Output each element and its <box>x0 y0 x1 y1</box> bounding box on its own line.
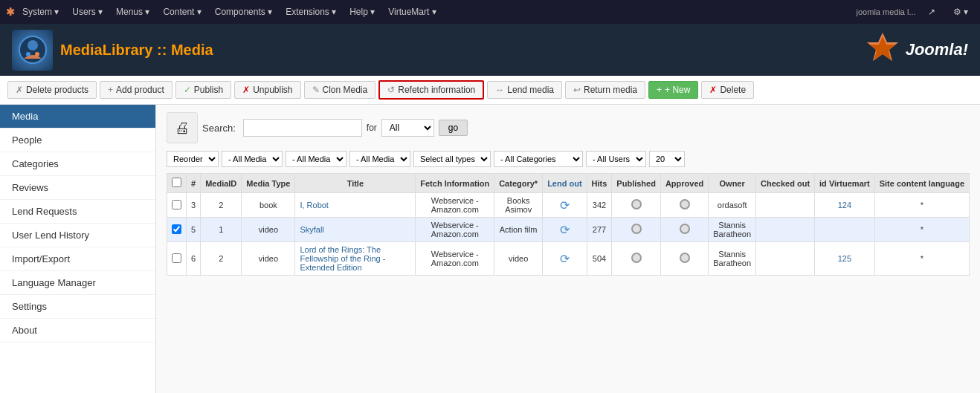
published-status-dot <box>631 199 642 210</box>
topbar-users[interactable]: Users ▾ <box>66 4 109 20</box>
sidebar-item-lend-requests[interactable]: Lend Requests <box>0 200 155 224</box>
title-link[interactable]: Lord of the Rings: The Fellowship of the… <box>300 245 385 272</box>
x-icon: ✗ <box>242 85 250 95</box>
col-title: Title <box>295 174 416 193</box>
row-title[interactable]: Skyfall <box>295 218 416 242</box>
row-mediatype: book <box>242 193 295 218</box>
row-checkbox-cell[interactable] <box>167 242 187 276</box>
row-num: 3 <box>187 193 201 218</box>
row-approved[interactable] <box>660 193 708 218</box>
delete-x-icon: ✗ <box>709 85 717 95</box>
row-mediatype: video <box>242 218 295 242</box>
select-all-header[interactable] <box>167 174 187 193</box>
topbar-username[interactable]: joomla media l... <box>857 7 916 16</box>
refetch-button[interactable]: ↺ Refetch information <box>378 80 484 100</box>
refresh-icon: ↺ <box>387 85 395 95</box>
topbar-virtuemart[interactable]: VirtueMart ▾ <box>382 4 442 20</box>
topbar-menus[interactable]: Menus ▾ <box>110 4 155 20</box>
clon-media-button[interactable]: ✎ Clon Media <box>304 81 376 99</box>
row-approved[interactable] <box>660 242 708 276</box>
row-checkbox[interactable] <box>172 253 181 263</box>
header: MediaLibrary :: Media Joomla! <box>0 24 980 76</box>
select-all-checkbox[interactable] <box>172 178 181 187</box>
topbar-content[interactable]: Content ▾ <box>157 4 207 20</box>
topbar-help[interactable]: Help ▾ <box>344 4 381 20</box>
search-for-select[interactable]: All Title ID <box>381 119 434 137</box>
row-checkbox-cell[interactable] <box>167 193 187 218</box>
all-media-select-3[interactable]: - All Media <box>349 151 410 167</box>
row-owner: ordasoft <box>709 193 756 218</box>
row-owner: StannisBaratheon <box>709 218 756 242</box>
delete-products-button[interactable]: ✗ Delete products <box>7 81 97 99</box>
virtuemart-link[interactable]: 124 <box>838 201 851 210</box>
row-checkbox-cell[interactable] <box>167 218 187 242</box>
sidebar-item-categories[interactable]: Categories <box>0 152 155 176</box>
return-media-button[interactable]: ↩ Return media <box>565 81 645 99</box>
add-product-button[interactable]: + Add product <box>100 81 173 99</box>
sidebar-item-user-lend-history[interactable]: User Lend History <box>0 224 155 247</box>
row-lendout[interactable]: ⟳ <box>543 218 587 242</box>
publish-button[interactable]: ✓ Publish <box>175 81 231 99</box>
sidebar-item-settings[interactable]: Settings <box>0 295 155 319</box>
row-checkbox[interactable] <box>172 200 181 210</box>
row-checkbox[interactable] <box>172 224 181 234</box>
sidebar-item-import-export[interactable]: Import/Export <box>0 247 155 271</box>
sidebar-item-reviews[interactable]: Reviews <box>0 176 155 200</box>
sidebar-item-people[interactable]: People <box>0 129 155 152</box>
row-hits: 342 <box>587 193 612 218</box>
col-published: Published <box>612 174 661 193</box>
title-link[interactable]: Skyfall <box>300 225 323 234</box>
virtuemart-link[interactable]: 125 <box>838 254 851 263</box>
topbar-settings-icon[interactable]: ⚙ ▾ <box>947 4 974 20</box>
col-virtuemart: id Virtuemart <box>815 174 875 193</box>
delete-button[interactable]: ✗ Delete <box>701 81 754 99</box>
header-brand: MediaLibrary :: Media <box>12 30 213 71</box>
row-mediaid: 1 <box>201 218 242 242</box>
topbar-system[interactable]: System ▾ <box>16 4 65 20</box>
lend-icon: ↔ <box>495 85 504 95</box>
categories-select[interactable]: - All Categories <box>494 151 583 167</box>
edit-icon: ✎ <box>312 85 320 95</box>
all-media-select-1[interactable]: - All Media <box>222 151 283 167</box>
topbar-external-link[interactable]: ↗ <box>922 4 941 20</box>
row-virtuemart[interactable]: 124 <box>815 193 875 218</box>
row-fetchinfo: Webservice -Amazon.com <box>416 193 494 218</box>
svg-point-1 <box>28 40 38 51</box>
svg-point-2 <box>26 52 30 56</box>
topbar-extensions[interactable]: Extensions ▾ <box>280 4 342 20</box>
new-button[interactable]: + + New <box>648 81 698 99</box>
lend-media-button[interactable]: ↔ Lend media <box>487 81 562 99</box>
lend-arrow-icon: ⟳ <box>560 199 570 212</box>
all-media-select-2[interactable]: - All Media <box>286 151 346 167</box>
row-title[interactable]: Lord of the Rings: The Fellowship of the… <box>295 242 416 276</box>
row-lendout[interactable]: ⟳ <box>543 242 587 276</box>
joomla-wordmark: Joomla! <box>906 40 968 59</box>
sidebar-item-media[interactable]: Media <box>0 105 155 129</box>
filter-bar: Reorder - All Media - All Media - All Me… <box>167 151 970 167</box>
x-icon: ✗ <box>16 85 23 95</box>
unpublish-button[interactable]: ✗ Unpublish <box>234 81 300 99</box>
title-link[interactable]: I, Robot <box>300 201 329 210</box>
search-go-button[interactable]: go <box>439 120 468 136</box>
users-select[interactable]: - All Users <box>586 151 646 167</box>
sidebar: Media People Categories Reviews Lend Req… <box>0 105 156 393</box>
row-approved[interactable] <box>660 218 708 242</box>
row-published[interactable] <box>612 242 661 276</box>
published-status-dot <box>631 253 642 263</box>
sidebar-item-language-manager[interactable]: Language Manager <box>0 271 155 295</box>
perpage-select[interactable]: 20 10 50 100 <box>649 151 685 167</box>
sidebar-item-about[interactable]: About <box>0 319 155 342</box>
row-title[interactable]: I, Robot <box>295 193 416 218</box>
row-virtuemart[interactable]: 125 <box>815 242 875 276</box>
topbar-components[interactable]: Components ▾ <box>209 4 278 20</box>
search-for-label: for <box>367 123 377 133</box>
types-select[interactable]: Select all types book video audio <box>413 151 491 167</box>
search-input[interactable] <box>243 119 362 137</box>
reorder-select[interactable]: Reorder <box>167 151 219 167</box>
topbar-nav: ✱ System ▾ Users ▾ Menus ▾ Content ▾ Com… <box>6 4 857 20</box>
row-published[interactable] <box>612 193 661 218</box>
published-status-dot <box>631 224 642 234</box>
new-plus-icon: + <box>657 85 662 95</box>
row-lendout[interactable]: ⟳ <box>543 193 587 218</box>
row-published[interactable] <box>612 218 661 242</box>
